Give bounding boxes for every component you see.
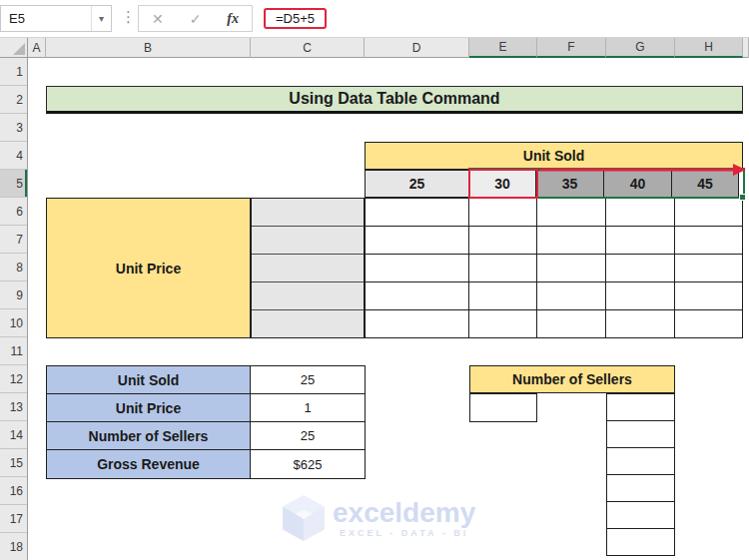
- cell-c10[interactable]: [252, 310, 364, 337]
- column-header-c[interactable]: C: [251, 38, 365, 58]
- row-header-10[interactable]: 10: [0, 309, 28, 337]
- cell-g6[interactable]: [606, 199, 675, 227]
- unit-sold-header-cell[interactable]: Unit Sold: [365, 142, 743, 170]
- sellers-input-column: [606, 393, 675, 556]
- summary-value-gross-revenue[interactable]: $625: [251, 450, 365, 478]
- row-header-15[interactable]: 15: [0, 449, 28, 477]
- sheet-title-cell[interactable]: Using Data Table Command: [46, 86, 743, 114]
- data-table-result-grid: [365, 198, 744, 338]
- column-header-b[interactable]: B: [46, 38, 251, 58]
- unit-sold-values-row: 25 30 35 40 45: [365, 170, 739, 198]
- cell-d5[interactable]: 25: [365, 170, 469, 198]
- cell-e5-active[interactable]: 30: [468, 170, 536, 198]
- cell-f8[interactable]: [537, 255, 606, 282]
- summary-value-unit-sold[interactable]: 25: [251, 366, 365, 394]
- cell-g8[interactable]: [606, 255, 675, 282]
- cell-c7[interactable]: [252, 227, 364, 255]
- cell-h6[interactable]: [675, 199, 743, 227]
- enter-icon[interactable]: ✓: [190, 11, 202, 27]
- cell-c8[interactable]: [252, 255, 364, 282]
- cell-f9[interactable]: [537, 282, 606, 310]
- summary-value-unit-price[interactable]: 1: [251, 394, 365, 422]
- formula-input[interactable]: =D5+5: [260, 5, 749, 32]
- row-header-3[interactable]: 3: [0, 114, 28, 142]
- cell-g9[interactable]: [606, 282, 675, 310]
- row-header-7[interactable]: 7: [0, 226, 28, 254]
- select-all-button[interactable]: [0, 38, 28, 58]
- row-header-16[interactable]: 16: [0, 477, 28, 505]
- column-header-sliver: [743, 38, 749, 58]
- sheet-canvas: exceldemy EXCEL - DATA - BI Using Data T…: [28, 58, 749, 560]
- column-header-d[interactable]: D: [365, 38, 469, 58]
- cell-h10[interactable]: [675, 310, 743, 338]
- cell-h5[interactable]: 45: [671, 170, 739, 198]
- column-header-strip: A B C D E F G H: [28, 38, 749, 58]
- row-header-5[interactable]: 5: [0, 170, 28, 198]
- cell-e7[interactable]: [469, 227, 537, 255]
- summary-label-number-of-sellers[interactable]: Number of Sellers: [47, 422, 251, 450]
- column-header-e[interactable]: E: [469, 38, 537, 58]
- cell-f10[interactable]: [537, 310, 606, 338]
- watermark-brand: exceldemy: [333, 498, 475, 528]
- cell-g14[interactable]: [606, 420, 675, 448]
- excel-window: E5 ▾ ⋮ ✕ ✓ fx =D5+5 A B C D E F G H 1 2 …: [0, 0, 749, 560]
- cell-g7[interactable]: [606, 227, 675, 255]
- cell-g5[interactable]: 40: [603, 170, 672, 198]
- number-of-sellers-header-cell[interactable]: Number of Sellers: [469, 365, 675, 393]
- cell-g17[interactable]: [606, 501, 675, 529]
- cell-f6[interactable]: [537, 199, 606, 227]
- row-header-4[interactable]: 4: [0, 142, 28, 170]
- row-header-14[interactable]: 14: [0, 421, 28, 449]
- cell-g13[interactable]: [606, 393, 675, 421]
- cell-c6[interactable]: [252, 199, 364, 227]
- unit-price-header-cell[interactable]: Unit Price: [46, 198, 251, 338]
- exceldemy-logo-icon: [283, 495, 325, 541]
- column-header-a[interactable]: A: [28, 38, 46, 58]
- select-all-triangle-icon: [13, 43, 25, 55]
- row-header-2[interactable]: 2: [0, 86, 28, 114]
- row-header-17[interactable]: 17: [0, 505, 28, 533]
- cell-e9[interactable]: [469, 282, 537, 310]
- row-header-1[interactable]: 1: [0, 58, 28, 86]
- row-header-8[interactable]: 8: [0, 254, 28, 281]
- cell-d6[interactable]: [366, 199, 469, 227]
- cell-h7[interactable]: [675, 227, 743, 255]
- cell-d8[interactable]: [366, 255, 469, 282]
- cell-e13[interactable]: [469, 393, 537, 422]
- name-box[interactable]: E5 ▾: [0, 5, 112, 32]
- insert-function-icon[interactable]: fx: [227, 11, 239, 27]
- cell-g15[interactable]: [606, 447, 675, 475]
- cell-e10[interactable]: [469, 310, 537, 338]
- cell-d9[interactable]: [366, 282, 469, 310]
- row-header-13[interactable]: 13: [0, 393, 28, 421]
- summary-value-number-of-sellers[interactable]: 25: [251, 422, 365, 450]
- formula-bar: E5 ▾ ⋮ ✕ ✓ fx =D5+5: [0, 0, 749, 38]
- formula-buttons: ✕ ✓ fx: [138, 5, 253, 32]
- cell-e8[interactable]: [469, 255, 537, 282]
- cell-d7[interactable]: [366, 227, 469, 255]
- cell-g16[interactable]: [606, 474, 675, 502]
- cell-h9[interactable]: [675, 282, 743, 310]
- row-header-18[interactable]: 18: [0, 533, 28, 560]
- summary-label-gross-revenue[interactable]: Gross Revenue: [47, 450, 251, 478]
- column-header-h[interactable]: H: [675, 38, 743, 58]
- cell-h8[interactable]: [675, 255, 743, 282]
- row-header-11[interactable]: 11: [0, 337, 28, 365]
- cancel-icon[interactable]: ✕: [152, 11, 164, 27]
- row-header-6[interactable]: 6: [0, 198, 28, 226]
- cell-f5[interactable]: 35: [535, 170, 604, 198]
- cell-g10[interactable]: [606, 310, 675, 338]
- summary-label-unit-sold[interactable]: Unit Sold: [47, 366, 251, 394]
- name-box-dropdown-icon[interactable]: ▾: [91, 6, 111, 31]
- selection-fill-handle[interactable]: [739, 194, 746, 201]
- column-header-f[interactable]: F: [537, 38, 606, 58]
- cell-f7[interactable]: [537, 227, 606, 255]
- row-header-12[interactable]: 12: [0, 365, 28, 393]
- summary-label-unit-price[interactable]: Unit Price: [47, 394, 251, 422]
- cell-c9[interactable]: [252, 282, 364, 310]
- column-header-g[interactable]: G: [606, 38, 675, 58]
- row-header-9[interactable]: 9: [0, 281, 28, 309]
- cell-d10[interactable]: [366, 310, 469, 338]
- cell-e6[interactable]: [469, 199, 537, 227]
- cell-g18[interactable]: [606, 528, 675, 556]
